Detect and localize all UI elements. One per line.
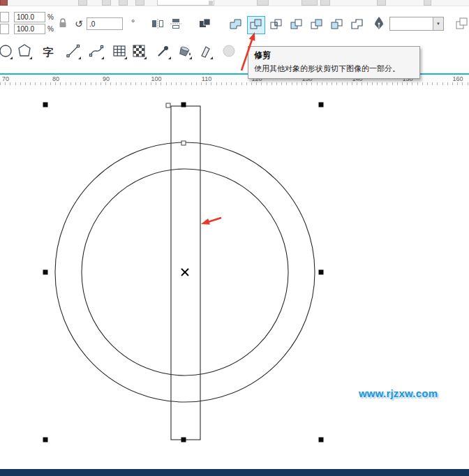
taskbar-strip <box>0 469 469 476</box>
flyout-arrow-icon <box>210 57 213 59</box>
flyout-arrow-icon <box>168 57 171 59</box>
freehand-tool-button[interactable] <box>64 43 82 61</box>
red-arrow-annotation <box>201 218 221 225</box>
text-tool-icon: 字 <box>43 47 54 57</box>
clipped-zoom-combobox[interactable] <box>157 0 214 6</box>
clipped-icon <box>0 0 8 6</box>
drawing-canvas[interactable]: www.rjzxw.com <box>0 85 469 469</box>
handle-mid-left[interactable] <box>43 270 48 275</box>
back-minus-front-icon <box>331 19 343 32</box>
degree-label: ° <box>131 17 135 28</box>
eyedropper-tool-button[interactable] <box>154 43 172 61</box>
ruler-label: 80 <box>52 75 59 82</box>
pen-nib-icon <box>372 15 386 33</box>
rotation-angle-field[interactable] <box>87 17 123 30</box>
ruler-label: 90 <box>103 75 110 82</box>
watermark-text: www.rjzxw.com <box>359 387 438 399</box>
object-size-field-clipped[interactable] <box>0 12 9 22</box>
inactive-tool-button[interactable] <box>220 43 238 61</box>
rotate-icon: ↺ <box>75 19 83 29</box>
tooltip-description: 使用其他对象的形状剪切下图像的一部分。 <box>254 64 414 74</box>
ruler-label: 110 <box>202 75 211 82</box>
ruler-label: 70 <box>2 75 9 82</box>
clipped-icon <box>102 0 111 6</box>
percent-label: % <box>47 13 54 21</box>
flyout-arrow-icon <box>144 57 147 59</box>
simplify-button[interactable] <box>288 16 306 34</box>
flyout-arrow-icon <box>124 57 127 59</box>
trim-tooltip: 修剪 使用其他对象的形状剪切下图像的一部分。 <box>248 46 420 79</box>
trim-icon <box>250 19 262 32</box>
scale-x-field[interactable] <box>14 12 45 22</box>
handle-mid-right[interactable] <box>319 270 324 275</box>
bezier-tool-button[interactable] <box>87 43 105 61</box>
rectangle-node[interactable] <box>166 103 170 107</box>
smart-fill-tool-button[interactable] <box>196 43 214 61</box>
clipped-icon <box>119 0 128 6</box>
chevron-down-icon[interactable]: ▼ <box>433 17 443 30</box>
handle-top-right[interactable] <box>319 103 324 107</box>
back-minus-front-button[interactable] <box>328 16 346 34</box>
weld-button[interactable] <box>227 16 245 34</box>
fill-tool-button[interactable] <box>175 43 193 61</box>
property-bar: % % ↺ ° <box>0 6 469 39</box>
polygon-tool-button[interactable] <box>15 43 34 61</box>
flyout-arrow-icon <box>189 57 192 59</box>
clipped-icon <box>257 0 269 6</box>
ellipse-node[interactable] <box>181 141 186 145</box>
intersect-icon <box>270 19 283 32</box>
clipped-icon <box>135 0 144 6</box>
trim-button[interactable] <box>247 16 265 34</box>
padlock-icon <box>57 17 68 31</box>
handle-bottom-right[interactable] <box>319 438 324 442</box>
clipped-icon <box>320 0 330 6</box>
flyout-arrow-icon <box>101 57 104 59</box>
mirror-horizontal-button[interactable] <box>149 16 166 33</box>
flyout-arrow-icon <box>78 57 81 59</box>
tooltip-title: 修剪 <box>254 50 414 61</box>
clipped-toolbar-row <box>0 0 469 6</box>
intersect-button[interactable] <box>267 16 285 34</box>
boundary-icon <box>351 19 364 32</box>
handle-top-center[interactable] <box>181 103 186 107</box>
text-tool-button[interactable]: 字 <box>39 43 57 61</box>
percent-label: % <box>47 25 54 33</box>
flyout-arrow-icon <box>29 57 32 59</box>
handle-bottom-center[interactable] <box>181 438 186 442</box>
selection-center-marker[interactable] <box>181 269 188 276</box>
clipped-right-button[interactable] <box>454 15 469 34</box>
weld-icon <box>230 19 242 32</box>
chevron-down-icon <box>209 1 213 5</box>
selection-handles[interactable] <box>43 103 324 442</box>
handle-bottom-left[interactable] <box>43 438 48 442</box>
ruler-label: 100 <box>151 75 161 82</box>
outline-width-value[interactable] <box>390 17 433 30</box>
ruler-label: 160 <box>452 75 463 82</box>
overlap-squares-icon <box>456 17 468 32</box>
clipped-icon <box>302 0 318 6</box>
front-minus-back-button[interactable] <box>308 16 326 34</box>
pattern-fill-tool-button[interactable] <box>130 43 148 61</box>
scale-y-field[interactable] <box>14 24 45 34</box>
clipped-icon <box>78 0 87 6</box>
mirror-horizontal-icon <box>151 18 164 31</box>
mirror-vertical-icon <box>170 18 182 31</box>
clipped-icon <box>424 0 431 6</box>
combine-button[interactable] <box>196 16 214 33</box>
app-window: % % ↺ ° <box>0 0 469 476</box>
graph-paper-tool-button[interactable] <box>110 43 128 61</box>
outline-pen-button[interactable] <box>371 13 387 34</box>
mirror-vertical-button[interactable] <box>168 16 184 33</box>
create-boundary-button[interactable] <box>348 16 366 34</box>
combine-icon <box>199 18 211 31</box>
front-minus-back-icon <box>311 19 323 32</box>
lock-ratio-button[interactable] <box>56 16 70 31</box>
outline-width-combobox[interactable]: ▼ <box>389 17 444 31</box>
handle-top-left[interactable] <box>43 103 48 107</box>
flyout-arrow-icon <box>10 57 13 59</box>
object-size-field-clipped[interactable] <box>0 24 9 34</box>
gear-icon <box>377 0 386 6</box>
gray-circle-icon <box>221 43 237 61</box>
simplify-icon <box>290 19 303 32</box>
ellipse-tool-button[interactable] <box>0 43 14 61</box>
